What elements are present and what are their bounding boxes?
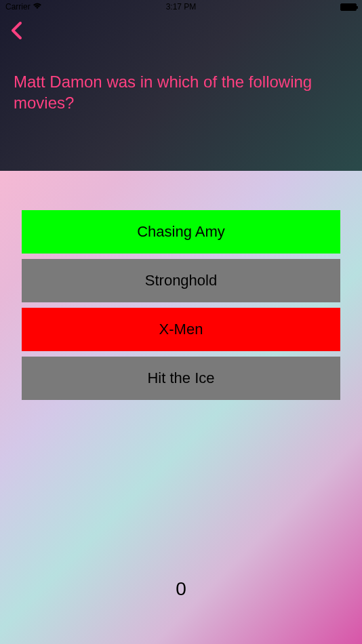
header-section: Matt Damon was in which of the following… [0, 0, 362, 171]
answer-label: Hit the Ice [147, 369, 214, 387]
answer-label: X-Men [159, 321, 203, 338]
status-right [340, 3, 357, 11]
status-time: 3:17 PM [166, 2, 197, 12]
status-left: Carrier [5, 2, 42, 12]
status-bar: Carrier 3:17 PM [0, 0, 362, 14]
answer-label: Chasing Amy [137, 223, 225, 241]
answer-option-0[interactable]: Chasing Amy [22, 210, 340, 254]
question-text: Matt Damon was in which of the following… [0, 20, 362, 113]
score-display: 0 [176, 578, 186, 600]
back-button[interactable] [10, 20, 31, 41]
battery-icon [340, 3, 357, 11]
answer-option-2[interactable]: X-Men [22, 308, 340, 351]
carrier-label: Carrier [5, 2, 31, 12]
answer-option-3[interactable]: Hit the Ice [22, 357, 340, 400]
content-section: Chasing Amy Stronghold X-Men Hit the Ice… [0, 171, 362, 644]
wifi-icon [33, 2, 42, 12]
answer-option-1[interactable]: Stronghold [22, 259, 340, 302]
chevron-left-icon [10, 20, 24, 41]
answer-label: Stronghold [145, 272, 217, 289]
